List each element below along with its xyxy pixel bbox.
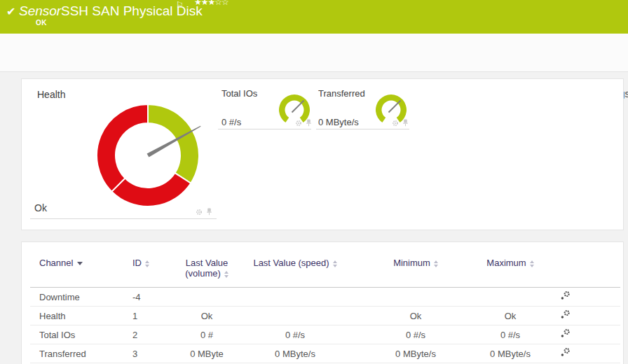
channel-settings-gears-icon[interactable] bbox=[560, 328, 571, 339]
ok-check-icon: ✔ bbox=[6, 5, 15, 18]
pin-icon[interactable] bbox=[402, 119, 409, 127]
sort-desc-icon bbox=[77, 262, 83, 265]
divider bbox=[30, 218, 217, 219]
sort-icon bbox=[224, 271, 228, 278]
health-gauge-chart[interactable] bbox=[85, 92, 211, 218]
channel-id: 2 bbox=[132, 326, 173, 344]
pin-icon[interactable] bbox=[206, 208, 212, 216]
sort-icon bbox=[530, 260, 534, 267]
channel-settings-gears-icon[interactable] bbox=[560, 290, 571, 301]
table-row[interactable]: Downtime -4 bbox=[30, 288, 620, 307]
priority-stars[interactable]: ★★★☆☆ bbox=[194, 0, 228, 7]
channel-name: Total IOs bbox=[30, 326, 132, 344]
gauges-panel: Health Ok Total IOs 0 #/s Transferred 0 … bbox=[21, 78, 624, 230]
object-kind-label: Sensor bbox=[19, 4, 61, 19]
channels-panel: Channel ID Last Value (volume) Last Valu… bbox=[21, 241, 624, 364]
transferred-gauge-title: Transferred bbox=[318, 88, 365, 99]
column-header-id[interactable]: ID bbox=[132, 249, 173, 288]
last-value-volume: 0 MByte bbox=[173, 344, 240, 363]
channel-id: -4 bbox=[132, 288, 173, 307]
channel-name: Transferred bbox=[30, 344, 132, 363]
gauge-actions bbox=[196, 208, 212, 216]
last-value-speed: 0 MByte/s bbox=[240, 344, 350, 363]
transferred-gauge-value: 0 MByte/s bbox=[318, 117, 359, 127]
pin-icon[interactable] bbox=[306, 119, 312, 127]
table-header-row: Channel ID Last Value (volume) Last Valu… bbox=[30, 249, 620, 288]
status-badge: OK bbox=[36, 19, 47, 27]
sort-icon bbox=[145, 260, 149, 267]
total-ios-gauge-title: Total IOs bbox=[221, 88, 257, 99]
channel-id: 3 bbox=[132, 344, 173, 363]
last-value-speed bbox=[240, 288, 350, 307]
channel-settings-gears-icon[interactable] bbox=[560, 309, 571, 320]
minimum-value: 0 #/s bbox=[350, 326, 482, 344]
channel-id: 1 bbox=[132, 307, 173, 326]
column-header-channel[interactable]: Channel bbox=[30, 249, 132, 288]
minimum-value: 0 MByte/s bbox=[350, 344, 482, 363]
gauge-segment-red bbox=[97, 104, 148, 192]
gear-icon[interactable] bbox=[392, 120, 399, 127]
last-value-volume: 0 # bbox=[173, 326, 240, 344]
minimum-value bbox=[350, 288, 482, 307]
maximum-value bbox=[482, 288, 539, 307]
gear-icon[interactable] bbox=[196, 209, 203, 216]
column-header-last-value-speed[interactable]: Last Value (speed) bbox=[240, 249, 350, 288]
gauge-segment-green bbox=[148, 104, 199, 183]
gear-icon[interactable] bbox=[295, 120, 302, 127]
column-header-actions bbox=[539, 249, 620, 288]
maximum-value: 0 MByte/s bbox=[482, 344, 539, 363]
flag-icon[interactable]: ⚐ bbox=[176, 0, 184, 10]
channel-name: Health bbox=[30, 307, 132, 326]
gauge-actions bbox=[392, 119, 409, 127]
gauge-needle bbox=[389, 101, 401, 113]
health-gauge-value: Ok bbox=[34, 202, 47, 214]
total-ios-gauge-value: 0 #/s bbox=[221, 117, 241, 127]
last-value-speed bbox=[240, 307, 350, 326]
column-header-minimum[interactable]: Minimum bbox=[350, 249, 482, 288]
last-value-speed: 0 #/s bbox=[240, 326, 350, 344]
maximum-value: 0 #/s bbox=[482, 326, 539, 344]
sort-icon bbox=[333, 260, 337, 267]
last-value-volume bbox=[173, 288, 240, 307]
maximum-value: Ok bbox=[482, 307, 539, 326]
column-header-last-value-volume[interactable]: Last Value (volume) bbox=[173, 249, 240, 288]
table-row[interactable]: Health 1 Ok Ok Ok bbox=[30, 307, 620, 326]
channels-table: Channel ID Last Value (volume) Last Valu… bbox=[30, 249, 620, 363]
sort-icon bbox=[434, 260, 438, 267]
health-gauge-title: Health bbox=[37, 89, 65, 100]
column-header-maximum[interactable]: Maximum bbox=[482, 249, 539, 288]
gauge-actions bbox=[295, 119, 312, 127]
channel-settings-gears-icon[interactable] bbox=[560, 347, 571, 358]
last-value-volume: Ok bbox=[173, 307, 240, 326]
tab-bar: Overview Live Data 2 days 30 days 365 da… bbox=[0, 34, 628, 72]
divider bbox=[316, 129, 409, 130]
table-row[interactable]: Total IOs 2 0 # 0 #/s 0 #/s 0 #/s bbox=[30, 326, 620, 344]
channel-name: Downtime bbox=[30, 288, 132, 307]
divider bbox=[218, 129, 311, 130]
gauge-needle bbox=[292, 101, 304, 113]
sensor-status-header: ✔ Sensor SSH SAN Physical Disk ⚐ ★★★☆☆ O… bbox=[0, 0, 628, 34]
minimum-value: Ok bbox=[350, 307, 482, 326]
table-row[interactable]: Transferred 3 0 MByte 0 MByte/s 0 MByte/… bbox=[30, 344, 620, 363]
